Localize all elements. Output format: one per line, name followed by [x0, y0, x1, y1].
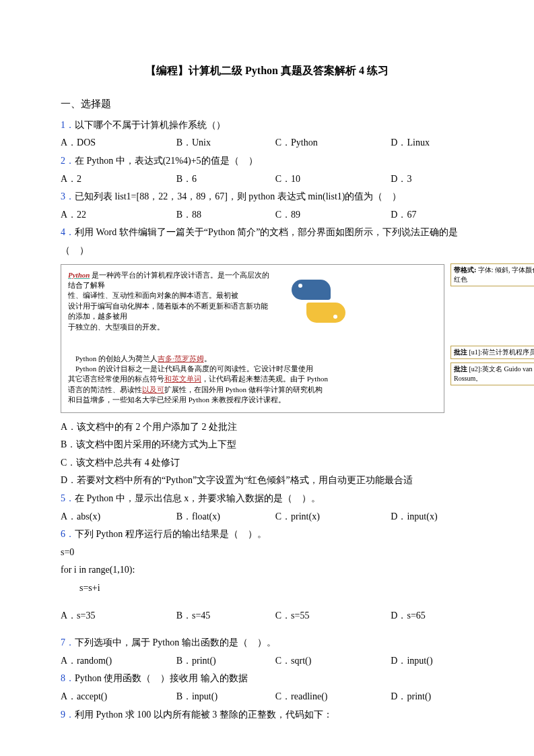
question-number: 5． [61, 493, 75, 503]
fig-line: Python 的创始人为荷兰人吉多·范罗苏姆。 [68, 354, 437, 364]
question-4-option-a: A．该文档中的有 2 个用户添加了 2 处批注 [61, 418, 473, 437]
question-1-options: A．DOS B．Unix C．Python D．Linux [61, 134, 473, 152]
format-callout: 带格式: 字体: 倾斜, 字体颜色: 红色 [450, 263, 534, 286]
code-line: s=0 [61, 544, 473, 562]
question-9: 9．利用 Python 求 100 以内所有能被 3 整除的正整数，代码如下： [61, 706, 473, 724]
fig-line: 于独立的、大型项目的开发。 [68, 322, 270, 332]
option-d: D．3 [391, 170, 473, 189]
question-7: 7．下列选项中，属于 Python 输出函数的是（ ）。 [61, 634, 473, 652]
callout-label: 批注 [454, 348, 467, 356]
question-number: 9． [61, 710, 75, 720]
option-b: B．s=45 [176, 607, 275, 625]
page: 【编程】计算机二级 Python 真题及答案解析 4 练习 一、选择题 1．以下… [0, 0, 534, 756]
question-3: 3．已知列表 list1=[88，22，34，89，67]，则 python 表… [61, 188, 473, 206]
fig-line: 是一种跨平台的计算机程序设计语言。是一个高层次的结合了解释 [68, 271, 269, 289]
question-1: 1．以下哪个不属于计算机操作系统（） [61, 117, 473, 135]
code-line: s=s+i [61, 579, 473, 598]
question-number: 4． [61, 227, 75, 237]
option-a: A．2 [61, 170, 176, 189]
question-3-options: A．22 B．88 C．89 D．67 [61, 206, 473, 224]
question-5-options: A．abs(x) B．float(x) C．print(x) D．input(x… [61, 508, 473, 526]
option-a: A．DOS [61, 134, 176, 152]
question-text: 下列 Python 程序运行后的输出结果是（ ）。 [75, 529, 267, 539]
option-d: D．input() [391, 652, 473, 670]
option-b: B．input() [176, 688, 275, 706]
option-d: D．input(x) [391, 508, 473, 526]
figure-text-left: Python 是一种跨平台的计算机程序设计语言。是一个高层次的结合了解释 [68, 270, 270, 291]
fig-line: 其它语言经常使用的标点符号和英文单词，让代码看起来整洁美观。由于 Python [68, 374, 437, 384]
figure-top-block: Python 是一种跨平台的计算机程序设计语言。是一个高层次的结合了解释 性、编… [68, 270, 437, 351]
section-heading: 一、选择题 [61, 94, 473, 114]
question-text: 在 Python 中，表达式(21%4)+5的值是（ ） [75, 156, 258, 166]
question-6-options: A．s=35 B．s=45 C．s=55 D．s=65 [61, 607, 473, 625]
fig-line: Python 的设计目标之一是让代码具备高度的可阅读性。它设计时尽量使用 [68, 364, 437, 374]
option-a: A．s=35 [61, 607, 176, 625]
callout-label: 带格式: [454, 266, 476, 274]
page-title: 【编程】计算机二级 Python 真题及答案解析 4 练习 [61, 61, 473, 81]
comment-callout-1: 批注 [u1]:荷兰计算机程序员。 [450, 346, 534, 359]
option-d: D．s=65 [391, 607, 473, 625]
question-text: 利用 Word 软件编辑了一篇关于“Python 简介”的文档，部分界面如图所示… [61, 227, 458, 255]
comment-callout-2: 批注 [u2]:英文名 Guido van Rossum。 [450, 363, 534, 385]
question-4: 4．利用 Word 软件编辑了一篇关于“Python 简介”的文档，部分界面如图… [61, 224, 473, 259]
option-b: B．Unix [176, 134, 275, 152]
option-c: C．s=55 [275, 607, 391, 625]
red-underline-phrase: 以及可 [142, 385, 164, 393]
callout-text: [u1]:荷兰计算机程序员。 [467, 348, 534, 356]
word-screenshot-figure: 带格式: 字体: 倾斜, 字体颜色: 红色 批注 [u1]:荷兰计算机程序员。 … [61, 264, 444, 413]
question-text: 下列选项中，属于 Python 输出函数的是（ ）。 [75, 637, 276, 648]
red-underline-name: 吉多·范罗苏姆 [158, 354, 204, 363]
option-b: B．6 [176, 170, 275, 189]
fig-line: 和日益增多，一些知名大学已经采用 Python 来教授程序设计课程。 [68, 395, 437, 405]
question-8-options: A．accept() B．input() C．readline() D．prin… [61, 688, 473, 706]
option-d: D．print() [391, 688, 473, 706]
fig-line: 设计用于编写自动化脚本，随着版本的不断更新和语言新功能的添加，越多被用 [68, 301, 270, 322]
option-c: C．10 [275, 170, 391, 189]
option-b: B．print() [176, 652, 275, 670]
option-a: A．accept() [61, 688, 176, 706]
question-number: 1． [61, 120, 75, 130]
option-c: C．Python [275, 134, 391, 152]
question-2: 2．在 Python 中，表达式(21%4)+5的值是（ ） [61, 152, 473, 170]
question-7-options: A．random() B．print() C．sqrt() D．input() [61, 652, 473, 670]
fig-line: 语言的简洁性、易读性以及可扩展性，在国外用 Python 做科学计算的研究机构 [68, 385, 437, 395]
question-number: 3． [61, 191, 75, 201]
question-number: 7． [61, 637, 75, 648]
option-d: D．67 [391, 206, 473, 224]
question-6: 6．下列 Python 程序运行后的输出结果是（ ）。 [61, 526, 473, 544]
question-8: 8．Python 使用函数（ ）接收用 输入的数据 [61, 670, 473, 688]
question-number: 2． [61, 156, 75, 166]
option-c: C．sqrt() [275, 652, 391, 670]
option-b: B．float(x) [176, 508, 275, 526]
option-a: A．random() [61, 652, 176, 670]
question-text: 已知列表 list1=[88，22，34，89，67]，则 python 表达式… [75, 191, 401, 201]
fig-line: 性、编译性、互动性和面向对象的脚本语言。最初被 [68, 290, 270, 301]
question-number: 6． [61, 529, 75, 539]
python-keyword: Python [68, 271, 90, 279]
question-5: 5．在 Python 中，显示出信息 x，并要求输入数据的是（ ）。 [61, 490, 473, 508]
option-d: D．Linux [391, 134, 473, 152]
question-4-option-b: B．该文档中图片采用的环绕方式为上下型 [61, 436, 473, 454]
question-number: 8． [61, 673, 75, 683]
option-c: C．readline() [275, 688, 391, 706]
question-text: 利用 Python 求 100 以内所有能被 3 整除的正整数，代码如下： [75, 710, 333, 720]
option-b: B．88 [176, 206, 275, 224]
question-text: 以下哪个不属于计算机操作系统（） [75, 120, 226, 130]
option-a: A．abs(x) [61, 508, 176, 526]
option-a: A．22 [61, 206, 176, 224]
python-logo-icon [289, 276, 349, 336]
callout-label: 批注 [454, 365, 467, 373]
question-4-option-d: D．若要对文档中所有的“Python”文字设置为“红色倾斜”格式，用自动更正功能… [61, 472, 473, 490]
option-c: C．print(x) [275, 508, 391, 526]
figure-body: Python 的创始人为荷兰人吉多·范罗苏姆。 Python 的设计目标之一是让… [68, 354, 437, 406]
question-text: 在 Python 中，显示出信息 x，并要求输入数据的是（ ）。 [75, 493, 321, 503]
red-underline-phrase: 和英文单词 [164, 375, 201, 383]
code-line: for i in range(1,10): [61, 561, 473, 579]
option-c: C．89 [275, 206, 391, 224]
question-text: Python 使用函数（ ）接收用 输入的数据 [75, 673, 248, 683]
question-4-option-c: C．该文档中总共有 4 处修订 [61, 454, 473, 472]
question-2-options: A．2 B．6 C．10 D．3 [61, 170, 473, 189]
